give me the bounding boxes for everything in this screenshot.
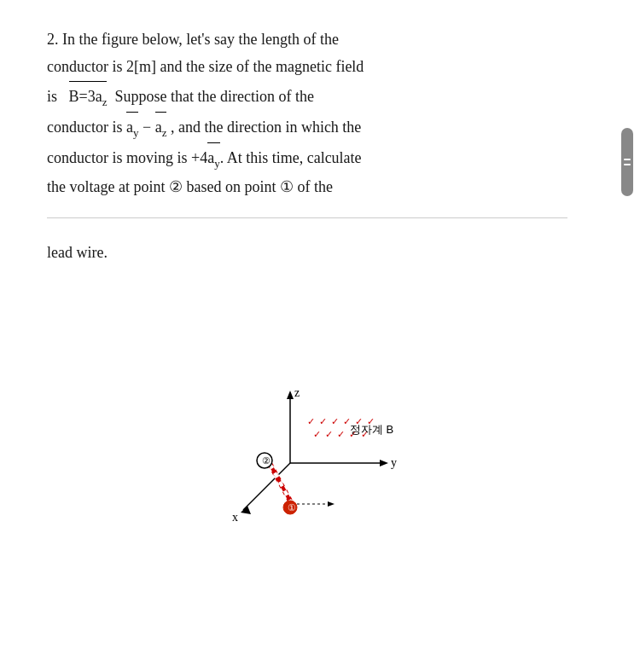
- scrollbar-track[interactable]: [621, 128, 633, 196]
- ay-notation: ay: [126, 112, 139, 142]
- B-field-notation: B=3az: [69, 81, 108, 112]
- minus-sign: −: [143, 119, 155, 136]
- svg-text:✓: ✓: [337, 429, 345, 439]
- problem-line4-pre: conductor is: [47, 119, 126, 136]
- problem-line3-pre: is: [47, 88, 65, 105]
- svg-marker-3: [380, 460, 388, 466]
- svg-marker-11: [328, 501, 335, 507]
- scrollbar-area[interactable]: [614, 0, 640, 672]
- problem-line4-post: , and the direction in which the: [171, 119, 361, 136]
- magnetic-field-label: 정자계 B: [350, 423, 393, 436]
- svg-text:✓: ✓: [319, 416, 327, 426]
- problem-line5-post: . At this time, calculate: [220, 149, 362, 166]
- problem-line1: In the figure below, let's say the lengt…: [62, 31, 339, 48]
- svg-text:✓: ✓: [331, 416, 339, 426]
- diagram-svg: z y x: [188, 378, 427, 548]
- z-axis-label: z: [294, 386, 300, 399]
- ay2-notation: ay: [207, 142, 220, 173]
- problem-line3-post: Suppose that the direction of the: [111, 88, 314, 105]
- diagram: z y x: [188, 378, 427, 548]
- problem-text: 2. In the figure below, let's say the le…: [47, 26, 567, 200]
- top-section: 2. In the figure below, let's say the le…: [47, 26, 567, 218]
- az-notation: az: [155, 112, 167, 142]
- svg-text:✓: ✓: [307, 416, 315, 426]
- x-axis-label: x: [232, 511, 238, 524]
- bottom-section: lead wire. z y x: [47, 218, 567, 646]
- lead-wire-label: lead wire.: [47, 244, 567, 262]
- svg-text:✓: ✓: [313, 429, 321, 439]
- problem-number: 2.: [47, 31, 59, 48]
- point1-label: ①: [288, 502, 296, 513]
- problem-line6: the voltage at point ② based on point ① …: [47, 178, 333, 195]
- diagram-container: z y x: [47, 279, 567, 646]
- svg-marker-1: [287, 391, 294, 399]
- y-axis-label: y: [391, 456, 397, 469]
- scrollbar-line-1: [624, 159, 631, 160]
- main-content: 2. In the figure below, let's say the le…: [0, 0, 614, 672]
- problem-line2: conductor is 2[m] and the size of the ma…: [47, 58, 364, 75]
- problem-line5: conductor is moving is +4: [47, 149, 207, 166]
- point2-label: ②: [262, 455, 271, 466]
- svg-text:✓: ✓: [325, 429, 333, 439]
- scrollbar-line-2: [624, 164, 631, 165]
